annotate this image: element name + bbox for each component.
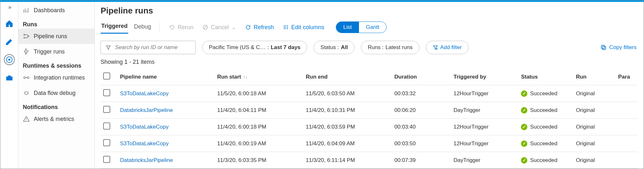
- cell-status: ✓Succeeded: [521, 107, 571, 114]
- monitor-icon[interactable]: [4, 54, 15, 65]
- pipeline-link[interactable]: DatabricksJarPipeline: [120, 157, 173, 163]
- pipeline-link[interactable]: S3ToDataLakeCopy: [120, 124, 169, 130]
- filter-tz-label: Pacific Time (US & C…: [209, 44, 265, 51]
- cancel-label: Cancel: [211, 24, 229, 31]
- sidebar-item-label: Alerts & metrics: [34, 116, 74, 123]
- alerts-icon: [23, 115, 30, 123]
- row-checkbox[interactable]: [103, 156, 110, 163]
- refresh-button[interactable]: Refresh: [243, 23, 276, 32]
- command-bar: Triggered Debug Rerun Cancel ⌄ Refresh E…: [101, 21, 638, 34]
- sidebar-item-dashboards[interactable]: Dashboards: [18, 3, 94, 18]
- pipeline-link[interactable]: S3ToDataLakeCopy: [120, 90, 169, 97]
- add-filter-button[interactable]: Add filter: [426, 41, 469, 54]
- cell-start: 11/4/20, 6:00:19 AM: [215, 135, 303, 152]
- table-row: S3ToDataLakeCopy11/5/20, 6:00:18 AM11/5/…: [101, 85, 638, 102]
- col-parameters[interactable]: Para: [615, 69, 638, 85]
- cell-triggered-by: DayTrigger: [451, 102, 518, 119]
- success-icon: ✓: [521, 140, 527, 147]
- cell-status: ✓Succeeded: [521, 124, 571, 130]
- svg-point-4: [27, 77, 29, 79]
- filter-bar: Pacific Time (US & C… : Last 7 days Stat…: [101, 41, 638, 54]
- nav-rail: »: [0, 2, 18, 169]
- svg-point-1: [24, 37, 25, 38]
- integration-runtimes-icon: [23, 74, 30, 81]
- svg-point-2: [28, 36, 29, 37]
- pipeline-link[interactable]: S3ToDataLakeCopy: [120, 140, 169, 147]
- pipeline-runs-table: Pipeline name Run start↑↓ Run end Durati…: [101, 69, 638, 169]
- rerun-button[interactable]: Rerun: [167, 23, 195, 32]
- page-title: Pipeline runs: [101, 6, 638, 16]
- tab-triggered[interactable]: Triggered: [101, 21, 128, 34]
- row-checkbox[interactable]: [103, 123, 110, 130]
- cell-para: [615, 102, 638, 119]
- expand-rail-button[interactable]: »: [8, 4, 10, 11]
- col-pipeline[interactable]: Pipeline name: [118, 69, 215, 85]
- cell-duration: 00:07:39: [392, 152, 451, 169]
- sort-icon: ↑↓: [243, 74, 247, 80]
- view-gantt-option[interactable]: Gantt: [359, 22, 387, 33]
- col-status[interactable]: Status: [518, 69, 573, 85]
- cell-end: 11/4/20, 6:03:59 PM: [303, 119, 392, 135]
- row-checkbox[interactable]: [103, 106, 110, 113]
- refresh-label: Refresh: [254, 24, 274, 31]
- col-triggered-by[interactable]: Triggered by: [451, 69, 518, 85]
- filter-timezone[interactable]: Pacific Time (US & C… : Last 7 days: [202, 41, 307, 54]
- sidebar-item-data-flow-debug[interactable]: Data flow debug: [18, 85, 94, 101]
- svg-rect-11: [601, 45, 604, 48]
- sidebar-section-runs: Runs: [18, 18, 94, 29]
- sidebar-item-label: Data flow debug: [34, 90, 76, 97]
- svg-point-8: [287, 27, 288, 28]
- home-icon[interactable]: [4, 18, 15, 29]
- cell-para: [615, 119, 638, 135]
- edit-columns-button[interactable]: Edit columns: [281, 23, 326, 32]
- sidebar-item-pipeline-runs[interactable]: Pipeline runs: [18, 29, 94, 44]
- svg-point-0: [24, 34, 25, 36]
- success-icon: ✓: [521, 157, 527, 164]
- table-row: DatabricksJarPipeline11/3/20, 6:03:35 PM…: [101, 152, 638, 169]
- svg-point-9: [287, 29, 288, 29]
- select-all-checkbox[interactable]: [103, 72, 110, 80]
- cell-run: Original: [573, 119, 615, 135]
- col-run[interactable]: Run: [573, 69, 615, 85]
- sidebar-item-label: Pipeline runs: [34, 33, 67, 40]
- row-checkbox[interactable]: [103, 139, 110, 146]
- data-flow-debug-icon: [23, 89, 30, 97]
- cell-status: ✓Succeeded: [521, 90, 571, 97]
- cell-triggered-by: 12HourTrigger: [451, 85, 518, 102]
- cell-triggered-by: 12HourTrigger: [451, 119, 518, 135]
- sidebar-item-label: Trigger runs: [34, 48, 65, 55]
- search-field[interactable]: [114, 44, 191, 51]
- cell-start: 11/4/20, 6:00:18 PM: [215, 119, 303, 135]
- cell-duration: 00:03:40: [392, 119, 451, 135]
- filter-status-label: Status :: [320, 44, 339, 51]
- copy-filters-button[interactable]: Copy filters: [600, 44, 638, 51]
- separator: [159, 23, 160, 32]
- manage-icon[interactable]: [4, 72, 15, 83]
- cell-run: Original: [573, 152, 615, 169]
- filter-status[interactable]: Status : All: [314, 41, 354, 54]
- author-icon[interactable]: [4, 36, 15, 47]
- sidebar-item-trigger-runs[interactable]: Trigger runs: [18, 44, 94, 59]
- col-end[interactable]: Run end: [303, 69, 392, 85]
- cell-duration: 00:06:20: [392, 102, 451, 119]
- filter-runs[interactable]: Runs : Latest runs: [361, 41, 419, 54]
- col-start[interactable]: Run start↑↓: [215, 69, 303, 85]
- pipeline-runs-icon: [23, 33, 30, 40]
- table-row: DatabricksJarPipeline11/4/20, 6:04:11 PM…: [101, 102, 638, 119]
- sidebar-item-integration-runtimes[interactable]: Integration runtimes: [18, 70, 94, 85]
- cell-end: 11/3/20, 6:11:14 PM: [303, 152, 392, 169]
- cell-duration: 00:03:50: [392, 135, 451, 152]
- cell-triggered-by: 12HourTrigger: [451, 135, 518, 152]
- col-duration[interactable]: Duration: [392, 69, 451, 85]
- filter-runs-label: Runs :: [368, 44, 383, 51]
- row-checkbox[interactable]: [103, 89, 110, 96]
- sidebar-item-label: Integration runtimes: [34, 74, 85, 81]
- cancel-button[interactable]: Cancel ⌄: [201, 22, 238, 32]
- sidebar-section-runtimes: Runtimes & sessions: [18, 59, 94, 70]
- search-input[interactable]: [101, 41, 196, 54]
- tab-debug[interactable]: Debug: [133, 21, 152, 33]
- pipeline-link[interactable]: DatabricksJarPipeline: [120, 107, 173, 113]
- cell-start: 11/4/20, 6:04:11 PM: [215, 102, 303, 119]
- sidebar-item-alerts[interactable]: Alerts & metrics: [18, 111, 94, 127]
- view-list-option[interactable]: List: [336, 22, 359, 33]
